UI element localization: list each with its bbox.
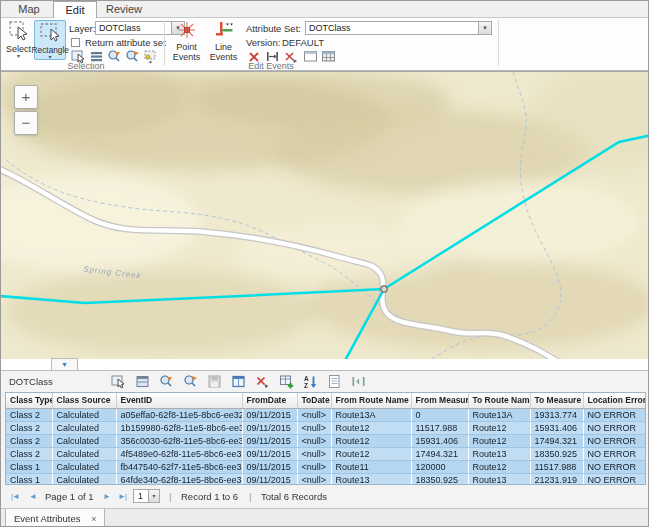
table-row[interactable]: Class 2Calculateda05effa0-62f8-11e5-8bc6… [6, 408, 645, 421]
zoom-to-record-icon[interactable] [159, 374, 174, 389]
table-row[interactable]: Class 2Calculated356c0030-62f8-11e5-8bc6… [6, 434, 645, 447]
rectangle-tool-button[interactable]: Rectangle ▾ [34, 20, 66, 60]
table-cell: Calculated [52, 434, 116, 447]
active-layer-name: DOTClass [9, 376, 53, 387]
table-cell: fb447540-62f7-11e5-8bc6-ee32641d5ec9 [116, 460, 242, 473]
first-page-button[interactable]: |◄ [11, 492, 19, 501]
table-cell: 356c0030-62f8-11e5-8bc6-ee32641d5ec9 [116, 434, 242, 447]
table-cell: Calculated [52, 447, 116, 460]
table-cell: 09/11/2015 [242, 434, 297, 447]
attribute-set-label: Attribute Set: [246, 23, 301, 34]
column-header[interactable]: To Route Name [468, 393, 530, 408]
line-events-icon [214, 20, 234, 42]
select-records-icon[interactable] [111, 374, 126, 389]
pager-separator: | [169, 491, 171, 502]
attribute-set-dropdown-arrow-icon[interactable]: ▾ [478, 22, 491, 34]
column-header[interactable]: EventID [116, 393, 242, 408]
tab-map[interactable]: Map [7, 1, 51, 18]
table-cell: <null> [297, 473, 331, 485]
previous-page-button[interactable]: ◄ [29, 492, 36, 501]
table-cell: Class 1 [6, 473, 52, 485]
table-cell: Route12 [331, 421, 411, 434]
collapse-arrow-icon: ▼ [61, 361, 68, 368]
next-page-button[interactable]: ► [103, 492, 110, 501]
version-label: Version: [246, 37, 280, 48]
table-row[interactable]: Class 1Calculatedfb447540-62f7-11e5-8bc6… [6, 460, 645, 473]
point-events-label-1: Point [176, 43, 197, 52]
table-row[interactable]: Class 2Calculated1b159980-62f8-11e5-8bc6… [6, 421, 645, 434]
table-cell: 19313.774 [530, 408, 583, 421]
table-cell: Route13A [331, 408, 411, 421]
table-cell: Class 2 [6, 447, 52, 460]
attribute-window-icon[interactable] [231, 374, 246, 389]
table-cell: NO ERROR [583, 447, 645, 460]
column-header[interactable]: Class Type [6, 393, 52, 408]
map-zoom-control: + − [14, 85, 38, 135]
split-record-icon[interactable] [351, 374, 366, 389]
table-row[interactable]: Class 1Calculated64fde340-62f8-11e5-8bc6… [6, 473, 645, 485]
column-header[interactable]: ToDate [297, 393, 331, 408]
tab-edit[interactable]: Edit [53, 1, 97, 19]
add-record-icon[interactable] [279, 374, 294, 389]
table-cell: 18350.925 [530, 447, 583, 460]
layer-dropdown-value: DOTClass [99, 23, 141, 33]
point-events-button[interactable]: Point Events [169, 20, 204, 60]
table-cell: 09/11/2015 [242, 460, 297, 473]
column-header[interactable]: From Route Name [331, 393, 411, 408]
table-cell: 09/11/2015 [242, 447, 297, 460]
table-cell: NO ERROR [583, 421, 645, 434]
zoom-out-button[interactable]: − [14, 111, 38, 135]
page-number-dropdown[interactable]: 1 ▾ [133, 489, 160, 503]
table-cell: <null> [297, 421, 331, 434]
page-number-arrow-icon[interactable]: ▾ [148, 490, 159, 502]
table-cell: Route12 [468, 460, 530, 473]
table-cell: <null> [297, 434, 331, 447]
delete-record-icon[interactable] [255, 374, 270, 389]
table-cell: 15931.406 [411, 434, 468, 447]
map-view[interactable]: Spring Creek + − [1, 71, 649, 359]
column-header[interactable]: From Measure [411, 393, 468, 408]
last-page-button[interactable]: ►| [118, 492, 126, 501]
line-events-button[interactable]: Line Events [206, 20, 241, 60]
point-events-label-2: Events [173, 53, 201, 62]
table-cell: 09/11/2015 [242, 408, 297, 421]
table-cell: 4f5489e0-62f8-11e5-8bc6-ee32641d5ec9 [116, 447, 242, 460]
tab-review[interactable]: Review [99, 1, 149, 18]
column-header[interactable]: Location Error [583, 393, 645, 408]
table-cell: Calculated [52, 421, 116, 434]
table-cell: 18350.925 [411, 473, 468, 485]
table-cell: <null> [297, 408, 331, 421]
table-cell: 09/11/2015 [242, 421, 297, 434]
basemap [1, 72, 649, 359]
panel-collapse-button[interactable]: ▼ [51, 358, 78, 370]
table-cell: 11517.988 [411, 421, 468, 434]
event-attributes-panel: DOTClass [1, 370, 649, 527]
rectangle-caret-icon[interactable]: ▾ [48, 55, 51, 60]
open-form-icon[interactable] [327, 374, 342, 389]
save-edits-icon[interactable] [207, 374, 222, 389]
table-row[interactable]: Class 2Calculated4f5489e0-62f8-11e5-8bc6… [6, 447, 645, 460]
table-cell: Route12 [331, 447, 411, 460]
version-value: DEFAULT [282, 37, 324, 48]
pan-to-record-icon[interactable] [183, 374, 198, 389]
show-all-records-icon[interactable] [135, 374, 150, 389]
table-cell: Calculated [52, 473, 116, 485]
attribute-set-dropdown[interactable]: DOTClass ▾ [305, 21, 492, 35]
table-cell: Route11 [331, 460, 411, 473]
column-header[interactable]: FromDate [242, 393, 297, 408]
select-caret-icon[interactable]: ▾ [17, 54, 20, 59]
tab-event-attributes[interactable]: Event Attributes × [5, 509, 105, 527]
zoom-in-button[interactable]: + [14, 85, 38, 109]
close-tab-icon[interactable]: × [91, 514, 96, 524]
selection-options-icon[interactable] [143, 49, 158, 64]
column-header[interactable]: To Measure [530, 393, 583, 408]
column-header[interactable]: Class Source [52, 393, 116, 408]
tab-event-attributes-label: Event Attributes [14, 513, 81, 524]
sort-records-icon[interactable]: AZ [303, 374, 318, 389]
return-attribute-set-checkbox[interactable] [71, 38, 80, 47]
select-tool-button[interactable]: Select ▾ [4, 20, 33, 60]
rectangle-tool-icon [39, 21, 61, 45]
table-cell: 0 [411, 408, 468, 421]
table-cell: Class 2 [6, 421, 52, 434]
select-tool-icon [8, 20, 30, 44]
